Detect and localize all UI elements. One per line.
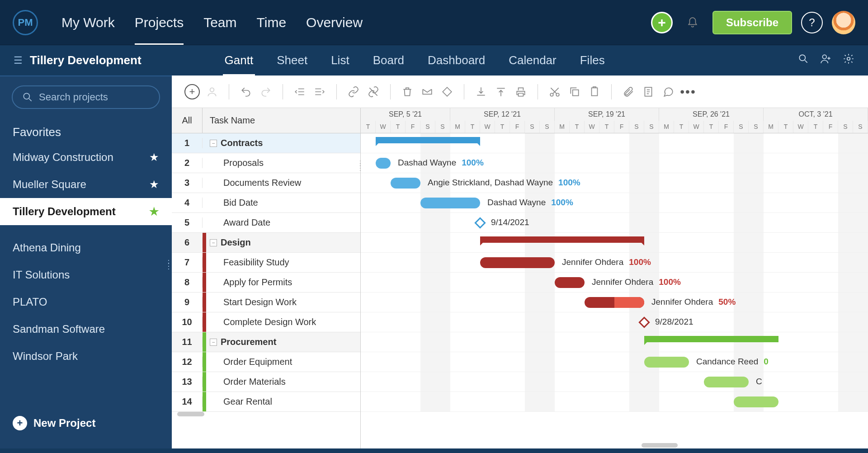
task-bar[interactable]: [734, 396, 778, 407]
task-bar[interactable]: [585, 297, 644, 308]
timeline-row[interactable]: [361, 233, 868, 253]
view-tab-calendar[interactable]: Calendar: [507, 45, 558, 76]
link-icon[interactable]: [346, 84, 361, 99]
cut-icon[interactable]: [547, 84, 562, 99]
milestone-marker[interactable]: [638, 316, 650, 328]
timeline-row[interactable]: [361, 133, 868, 153]
timeline-row[interactable]: [361, 392, 868, 412]
task-row-1[interactable]: 1−Contracts: [172, 133, 360, 153]
topnav-overview[interactable]: Overview: [296, 0, 373, 45]
timeline-row[interactable]: 9/14/2021: [361, 213, 868, 233]
user-avatar[interactable]: [832, 11, 855, 34]
search-projects-input[interactable]: Search projects: [12, 85, 160, 109]
brand-logo[interactable]: PM: [13, 10, 38, 35]
comment-icon[interactable]: [660, 84, 676, 99]
task-row-13[interactable]: 13Order Materials: [172, 372, 360, 392]
outdent-icon[interactable]: [292, 84, 307, 99]
sidebar-favorite-0[interactable]: Midway Construction★: [0, 144, 172, 171]
sidebar-project-1[interactable]: IT Solutions: [0, 261, 172, 288]
milestone-marker[interactable]: [474, 217, 486, 228]
task-row-6[interactable]: 6−Design: [172, 233, 360, 253]
task-bar[interactable]: [644, 357, 689, 368]
task-row-3[interactable]: 3Documents Review: [172, 173, 360, 193]
topnav-team[interactable]: Team: [193, 0, 246, 45]
task-row-9[interactable]: 9Start Design Work: [172, 293, 360, 312]
star-icon[interactable]: ★: [149, 205, 159, 218]
task-row-8[interactable]: 8Apply for Permits: [172, 273, 360, 293]
sidebar-project-2[interactable]: PLATO: [0, 288, 172, 316]
task-bar[interactable]: [420, 198, 480, 208]
task-bar[interactable]: [480, 257, 555, 268]
global-add-button[interactable]: +: [651, 12, 673, 33]
settings-icon[interactable]: [843, 53, 854, 68]
unlink-icon[interactable]: [366, 84, 381, 99]
timeline-hscroll[interactable]: [361, 443, 868, 448]
timeline-row[interactable]: Jennifer Ohdera100%: [361, 253, 868, 273]
notifications-icon[interactable]: [682, 12, 703, 33]
summary-bar[interactable]: [480, 236, 644, 243]
timeline-row[interactable]: Jennifer Ohdera100%: [361, 273, 868, 293]
help-icon[interactable]: ?: [801, 12, 823, 33]
envelope-icon[interactable]: [420, 84, 435, 99]
gantt-timeline[interactable]: SEP, 5 '21SEP, 12 '21SEP, 19 '21SEP, 26 …: [361, 108, 868, 448]
task-row-14[interactable]: 14Gear Rental: [172, 392, 360, 412]
task-row-4[interactable]: 4Bid Date: [172, 193, 360, 213]
star-icon[interactable]: ★: [149, 151, 159, 164]
collapse-icon[interactable]: −: [210, 239, 217, 246]
sidebar-favorite-2[interactable]: Tillery Development★: [0, 198, 172, 225]
task-row-10[interactable]: 10Complete Design Work: [172, 312, 360, 332]
task-row-7[interactable]: 7Feasibility Study: [172, 253, 360, 273]
import-icon[interactable]: [473, 84, 489, 99]
col-all-header[interactable]: All: [172, 108, 203, 133]
topnav-time[interactable]: Time: [247, 0, 297, 45]
summary-bar[interactable]: [644, 336, 778, 342]
col-name-header[interactable]: Task Name: [203, 108, 360, 133]
view-tab-board[interactable]: Board: [371, 45, 406, 76]
indent-icon[interactable]: [312, 84, 327, 99]
delete-icon[interactable]: [400, 84, 415, 99]
topnav-projects[interactable]: Projects: [125, 0, 193, 45]
view-tab-files[interactable]: Files: [578, 45, 607, 76]
view-tab-list[interactable]: List: [329, 45, 351, 76]
timeline-row[interactable]: Dashad Wayne100%: [361, 193, 868, 213]
sidebar-project-3[interactable]: Sandman Software: [0, 316, 172, 343]
timeline-row[interactable]: Jennifer Ohdera50%: [361, 293, 868, 312]
task-row-5[interactable]: 5Award Date: [172, 213, 360, 233]
notes-icon[interactable]: [641, 84, 656, 99]
task-bar[interactable]: [704, 377, 749, 387]
task-bar[interactable]: [376, 158, 391, 169]
sidebar-project-0[interactable]: Athena Dining: [0, 234, 172, 261]
view-tab-sheet[interactable]: Sheet: [275, 45, 309, 76]
sidebar-toggle-icon[interactable]: ☰: [14, 55, 23, 66]
print-icon[interactable]: [513, 84, 528, 99]
attach-icon[interactable]: [621, 84, 636, 99]
undo-icon[interactable]: [238, 84, 254, 99]
timeline-row[interactable]: [361, 332, 868, 352]
task-bar[interactable]: [391, 178, 420, 189]
task-row-11[interactable]: 11−Procurement: [172, 332, 360, 352]
timeline-row[interactable]: Dashad Wayne100%: [361, 153, 868, 173]
timeline-row[interactable]: 9/28/2021: [361, 312, 868, 332]
assign-icon[interactable]: [204, 84, 220, 99]
sidebar-project-4[interactable]: Windsor Park: [0, 343, 172, 370]
collapse-icon[interactable]: −: [210, 140, 217, 147]
diamond-icon[interactable]: [439, 84, 455, 99]
view-tab-dashboard[interactable]: Dashboard: [426, 45, 487, 76]
star-icon[interactable]: ★: [149, 178, 159, 191]
paste-icon[interactable]: [587, 84, 602, 99]
summary-bar[interactable]: [376, 137, 480, 143]
sidebar-favorite-1[interactable]: Mueller Square★: [0, 171, 172, 198]
redo-icon[interactable]: [258, 84, 274, 99]
copy-icon[interactable]: [567, 84, 582, 99]
view-tab-gantt[interactable]: Gantt: [223, 45, 255, 76]
timeline-row[interactable]: Candance Reed0: [361, 352, 868, 372]
more-icon[interactable]: •••: [680, 84, 696, 99]
add-task-button[interactable]: +: [184, 84, 200, 99]
task-bar[interactable]: [555, 277, 585, 288]
collapse-icon[interactable]: −: [210, 339, 217, 346]
topnav-my-work[interactable]: My Work: [52, 0, 125, 45]
export-icon[interactable]: [493, 84, 509, 99]
new-project-button[interactable]: + New Project: [0, 407, 172, 439]
add-member-icon[interactable]: [820, 53, 832, 68]
task-row-2[interactable]: 2Proposals: [172, 153, 360, 173]
